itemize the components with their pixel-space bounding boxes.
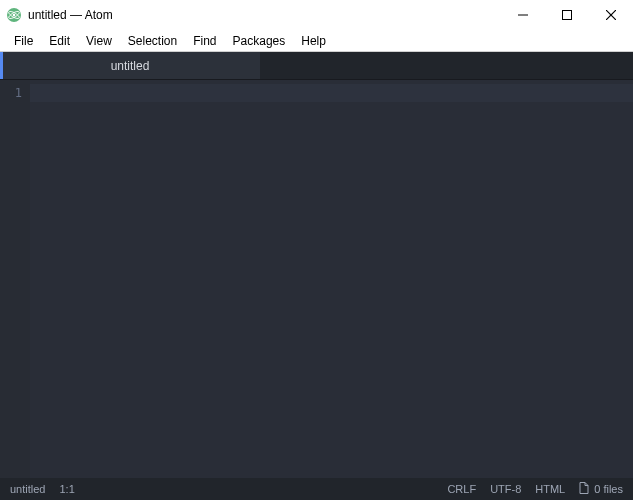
line-number-gutter: 1 — [0, 80, 30, 478]
menu-view[interactable]: View — [78, 32, 120, 50]
maximize-button[interactable] — [545, 0, 589, 30]
menu-file[interactable]: File — [6, 32, 41, 50]
svg-point-1 — [13, 14, 16, 17]
status-filename[interactable]: untitled — [10, 483, 45, 495]
menu-bar: File Edit View Selection Find Packages H… — [0, 30, 633, 52]
menu-help[interactable]: Help — [293, 32, 334, 50]
window-titlebar: untitled — Atom — [0, 0, 633, 30]
minimize-button[interactable] — [501, 0, 545, 30]
status-encoding[interactable]: UTF-8 — [490, 483, 521, 495]
status-bar: untitled 1:1 CRLF UTF-8 HTML 0 files — [0, 478, 633, 500]
line-number: 1 — [4, 84, 22, 102]
editor-area: 1 — [0, 80, 633, 478]
status-grammar[interactable]: HTML — [535, 483, 565, 495]
editor-content[interactable] — [30, 80, 633, 478]
status-cursor-position[interactable]: 1:1 — [59, 483, 74, 495]
menu-packages[interactable]: Packages — [225, 32, 294, 50]
menu-edit[interactable]: Edit — [41, 32, 78, 50]
menu-find[interactable]: Find — [185, 32, 224, 50]
tab-bar: untitled — [0, 52, 633, 80]
tab-untitled[interactable]: untitled — [0, 52, 260, 79]
window-title: untitled — Atom — [28, 8, 113, 22]
status-git-files-label: 0 files — [594, 483, 623, 495]
file-icon — [579, 482, 590, 496]
status-line-ending[interactable]: CRLF — [447, 483, 476, 495]
atom-logo-icon — [6, 7, 22, 23]
close-button[interactable] — [589, 0, 633, 30]
current-line-highlight — [30, 84, 633, 102]
status-git-files[interactable]: 0 files — [579, 482, 623, 496]
menu-selection[interactable]: Selection — [120, 32, 185, 50]
svg-rect-5 — [563, 11, 572, 20]
tab-label: untitled — [111, 59, 150, 73]
